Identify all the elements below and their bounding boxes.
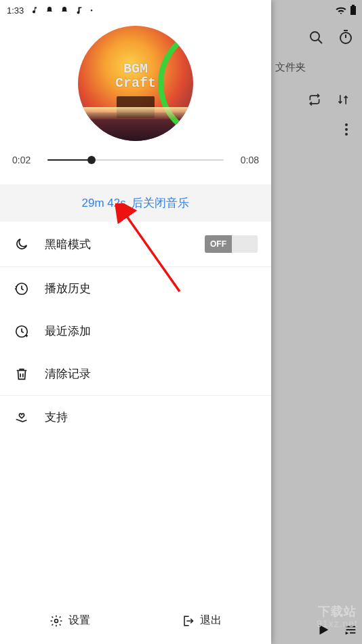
- moon-icon: [14, 237, 30, 251]
- sleep-timer-banner[interactable]: 29m 42s 后关闭音乐: [0, 184, 271, 222]
- svg-point-7: [345, 133, 348, 136]
- watermark-url: 91xz.net: [317, 619, 358, 629]
- row-history[interactable]: 播放历史: [0, 267, 271, 310]
- notification-bell-icon-2: [60, 6, 68, 14]
- dark-mode-label: 黑暗模式: [45, 237, 190, 252]
- status-time: 1:33: [7, 5, 24, 16]
- watermark-brand: 下载站: [317, 605, 358, 619]
- clock-plus-icon: [14, 324, 30, 339]
- exit-label: 退出: [200, 613, 222, 628]
- timer-outline-icon[interactable]: [338, 29, 354, 45]
- repeat-icon[interactable]: [308, 93, 321, 106]
- svg-point-13: [55, 619, 58, 622]
- notification-bell-icon: [45, 6, 54, 14]
- music-note-icon: [31, 6, 39, 14]
- row-support[interactable]: 支持: [0, 396, 271, 439]
- total-time: 0:08: [230, 155, 259, 165]
- watermark: 下载站 91xz.net: [317, 605, 358, 629]
- app-icon: [75, 6, 83, 14]
- now-playing-art[interactable]: BGM Craft: [0, 20, 271, 145]
- exit-button[interactable]: 退出: [181, 613, 222, 628]
- app-drawer: 1:33 ● BGM Craft 0:02 0:08 29m 42s 后关闭音乐: [0, 0, 271, 644]
- heart-hands-icon: [14, 410, 30, 425]
- seek-track[interactable]: [47, 159, 224, 161]
- wifi-icon: [335, 5, 347, 15]
- settings-label: 设置: [68, 613, 90, 628]
- battery-icon: [350, 5, 357, 16]
- row-recent[interactable]: 最近添加: [0, 310, 271, 353]
- toggle-off-label: OFF: [205, 235, 232, 253]
- trash-icon: [14, 367, 30, 382]
- background-app-panel: 文件夹: [271, 0, 362, 644]
- dot-icon: ●: [90, 8, 93, 12]
- svg-point-6: [345, 128, 348, 131]
- search-icon[interactable]: [308, 29, 324, 45]
- sort-icon[interactable]: [336, 93, 350, 106]
- toolbar: [271, 20, 362, 54]
- status-bar-right: [271, 0, 362, 20]
- recent-label: 最近添加: [45, 323, 258, 339]
- sleep-timer-suffix: 后关闭音乐: [132, 197, 189, 209]
- progress-bar[interactable]: 0:02 0:08: [0, 145, 271, 171]
- status-bar: 1:33 ●: [0, 0, 271, 20]
- svg-point-5: [345, 123, 348, 126]
- history-icon: [14, 281, 30, 296]
- history-label: 播放历史: [45, 281, 258, 296]
- gear-icon: [49, 614, 63, 628]
- album-art: BGM Craft: [78, 26, 193, 141]
- support-label: 支持: [45, 409, 258, 425]
- album-title-line2: Craft: [115, 77, 156, 92]
- exit-icon: [181, 614, 195, 628]
- row-dark-mode[interactable]: 黑暗模式 OFF: [0, 222, 271, 266]
- tab-folders[interactable]: 文件夹: [271, 54, 362, 81]
- more-vert-icon[interactable]: [344, 123, 348, 136]
- sleep-timer-remaining: 29m 42s: [82, 197, 126, 209]
- svg-line-1: [319, 40, 323, 44]
- clear-label: 清除记录: [45, 366, 258, 382]
- settings-button[interactable]: 设置: [49, 613, 90, 628]
- seek-thumb[interactable]: [87, 156, 96, 164]
- dark-mode-toggle[interactable]: OFF: [205, 235, 258, 253]
- row-clear[interactable]: 清除记录: [0, 353, 271, 395]
- album-title-line1: BGM: [115, 62, 156, 77]
- svg-point-0: [310, 32, 319, 41]
- drawer-bottom-bar: 设置 退出: [0, 604, 271, 637]
- elapsed-time: 0:02: [12, 155, 41, 165]
